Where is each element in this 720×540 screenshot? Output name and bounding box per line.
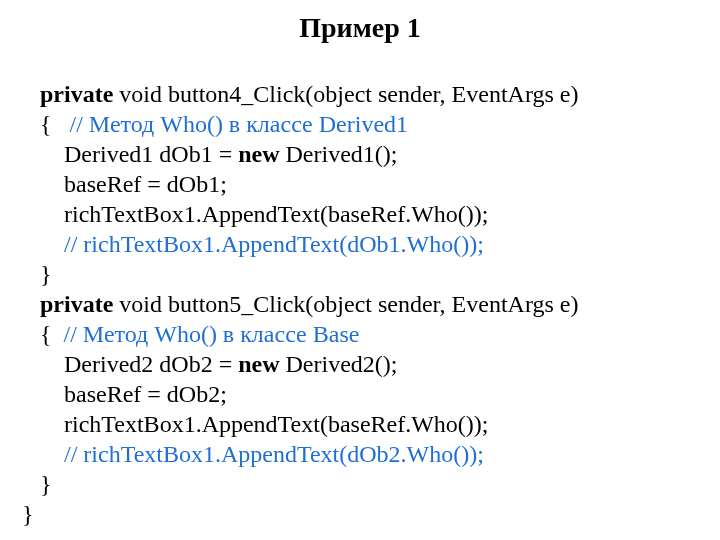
comment-4: // richTextBox1.AppendText(dOb2.Who()); (64, 441, 484, 467)
keyword-private: private (40, 291, 113, 317)
method-sig-1: void button4_Click(object sender, EventA… (113, 81, 578, 107)
comment-1: // Метод Who() в классе Derived1 (70, 111, 409, 137)
brace-open: { (40, 111, 70, 137)
line-derived2-b: Derived2(); (280, 351, 398, 377)
keyword-private: private (40, 81, 113, 107)
comment-2: // richTextBox1.AppendText(dOb1.Who()); (64, 231, 484, 257)
code-block: private void button4_Click(object sender… (40, 49, 680, 529)
indent (40, 441, 64, 467)
line-derived1-b: Derived1(); (280, 141, 398, 167)
line-append2: richTextBox1.AppendText(baseRef.Who()); (40, 411, 489, 437)
line-baseref1: baseRef = dOb1; (40, 171, 227, 197)
line-append1: richTextBox1.AppendText(baseRef.Who()); (40, 201, 489, 227)
line-baseref2: baseRef = dOb2; (40, 381, 227, 407)
method-sig-2: void button5_Click(object sender, EventA… (113, 291, 578, 317)
line-derived1-a: Derived1 dOb1 = (40, 141, 238, 167)
brace-close: } (40, 471, 52, 497)
comment-3: // Метод Who() в классе Base (64, 321, 360, 347)
slide-title: Пример 1 (40, 10, 680, 45)
brace-open: { (40, 321, 64, 347)
brace-close: } (40, 261, 52, 287)
final-brace: } (22, 501, 34, 527)
line-derived2-a: Derived2 dOb2 = (40, 351, 238, 377)
indent (40, 231, 64, 257)
keyword-new: new (238, 351, 279, 377)
keyword-new: new (238, 141, 279, 167)
